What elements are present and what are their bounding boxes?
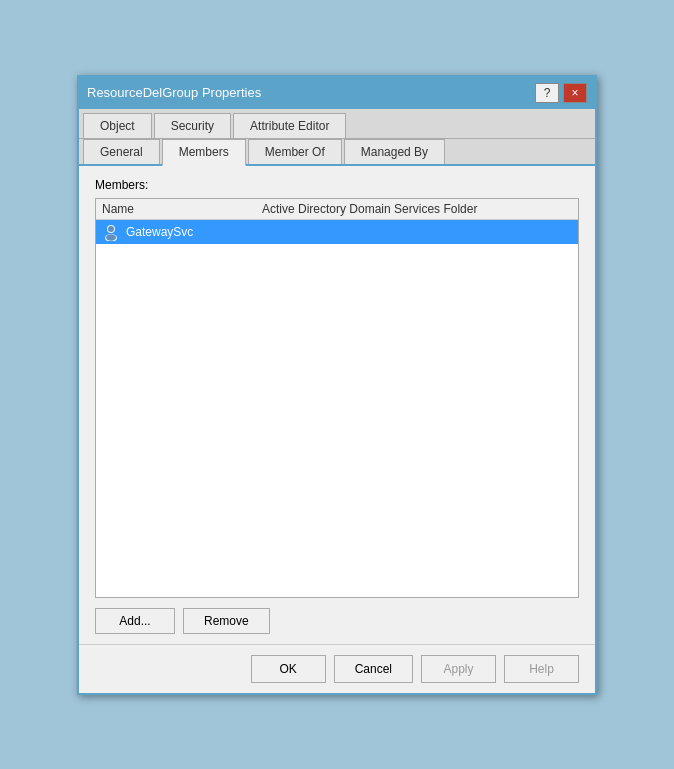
help-button[interactable]: Help	[504, 655, 579, 683]
tab-attribute-editor[interactable]: Attribute Editor	[233, 113, 346, 138]
help-title-button[interactable]: ?	[535, 83, 559, 103]
column-header-folder: Active Directory Domain Services Folder	[262, 202, 572, 216]
user-icon	[102, 223, 120, 241]
tab-managed-by[interactable]: Managed By	[344, 139, 445, 164]
members-list[interactable]: Name Active Directory Domain Services Fo…	[95, 198, 579, 598]
svg-point-3	[106, 234, 116, 240]
apply-button[interactable]: Apply	[421, 655, 496, 683]
action-buttons: Add... Remove	[95, 608, 579, 634]
tab-member-of[interactable]: Member Of	[248, 139, 342, 164]
cancel-button[interactable]: Cancel	[334, 655, 413, 683]
title-bar: ResourceDelGroup Properties ? ×	[79, 77, 595, 109]
tab-security[interactable]: Security	[154, 113, 231, 138]
dialog-title: ResourceDelGroup Properties	[87, 85, 261, 100]
members-label: Members:	[95, 178, 579, 192]
tab-content: Members: Name Active Directory Domain Se…	[79, 166, 595, 644]
table-row[interactable]: GatewaySvc	[96, 220, 578, 244]
column-header-name: Name	[102, 202, 262, 216]
member-name: GatewaySvc	[126, 225, 193, 239]
tabs-row-1: Object Security Attribute Editor	[79, 109, 595, 139]
title-bar-buttons: ? ×	[535, 83, 587, 103]
remove-button[interactable]: Remove	[183, 608, 270, 634]
close-title-button[interactable]: ×	[563, 83, 587, 103]
tabs-row-2: General Members Member Of Managed By	[79, 139, 595, 166]
tab-object[interactable]: Object	[83, 113, 152, 138]
tab-members[interactable]: Members	[162, 139, 246, 166]
dialog-window: ResourceDelGroup Properties ? × Object S…	[77, 75, 597, 695]
tab-general[interactable]: General	[83, 139, 160, 164]
ok-button[interactable]: OK	[251, 655, 326, 683]
svg-point-2	[108, 226, 114, 232]
dialog-footer: OK Cancel Apply Help	[79, 644, 595, 693]
list-header: Name Active Directory Domain Services Fo…	[96, 199, 578, 220]
add-button[interactable]: Add...	[95, 608, 175, 634]
